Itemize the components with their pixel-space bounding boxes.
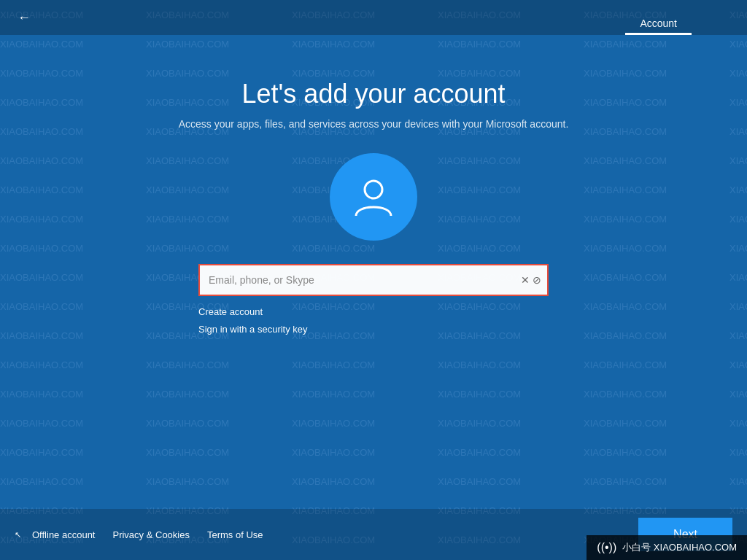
svg-point-2 — [365, 181, 382, 198]
input-clear-icon: ✕ ⊘ — [521, 274, 541, 286]
email-input-container: ✕ ⊘ — [198, 264, 549, 296]
avatar — [330, 153, 417, 241]
bottom-watermark-bar: ((•)) 小白号 XIAOBAIHAO.COM — [587, 535, 747, 560]
page-subtitle: Access your apps, files, and services ac… — [179, 118, 569, 130]
tab-area: Account — [625, 0, 692, 35]
page-title: Let's add your account — [241, 79, 505, 109]
privacy-cookies-link[interactable]: Privacy & Cookies — [112, 529, 189, 540]
main-content: Let's add your account Access your apps,… — [0, 35, 747, 340]
tab-account[interactable]: Account — [625, 18, 692, 35]
user-avatar-icon — [350, 174, 397, 220]
back-button[interactable]: ← — [12, 7, 36, 28]
wifi-icon: ((•)) — [597, 541, 616, 554]
security-key-link[interactable]: Sign in with a security key — [198, 324, 308, 335]
offline-account-link[interactable]: Offline account — [32, 529, 95, 540]
security-key-row: Sign in with a security key — [198, 322, 549, 335]
top-bar: ← Account — [0, 0, 747, 35]
create-account-link[interactable]: Create account — [198, 306, 263, 317]
email-input[interactable] — [198, 264, 549, 296]
watermark-label: 小白号 XIAOBAIHAO.COM — [622, 541, 737, 554]
bottom-links: Offline account Privacy & Cookies Terms … — [32, 529, 638, 540]
create-account-row: Create account — [198, 305, 549, 318]
terms-of-use-link[interactable]: Terms of Use — [207, 529, 263, 540]
cursor-icon: ↖ — [15, 530, 29, 540]
back-icon: ← — [18, 10, 31, 26]
